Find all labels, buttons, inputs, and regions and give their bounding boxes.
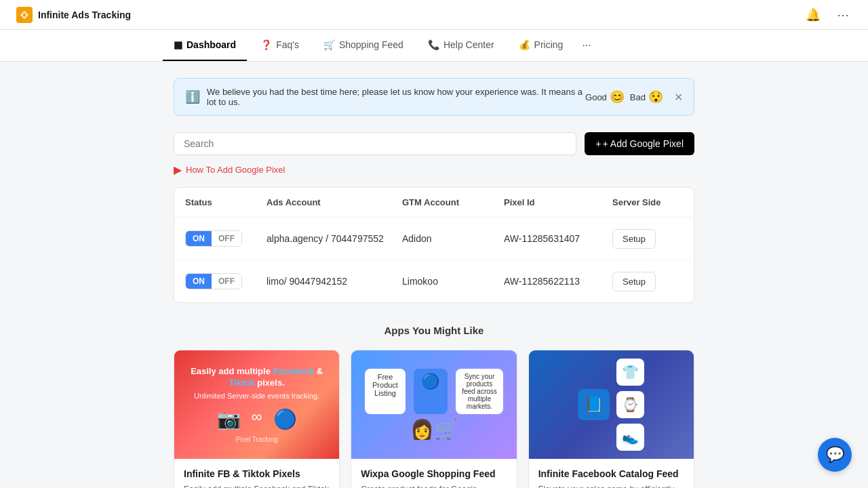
notifications-icon[interactable]: 🔔 bbox=[803, 5, 823, 25]
app-card-title-3: Infinite Facebook Catalog Feed bbox=[538, 468, 684, 479]
pixel-id-1: AW-11285631407 bbox=[504, 233, 612, 244]
header-left: Infinite Ads Tracking bbox=[16, 7, 131, 23]
phone-icon: 📞 bbox=[428, 39, 439, 50]
how-to-link[interactable]: ▶ How To Add Google Pixel bbox=[174, 163, 694, 176]
main-nav: ▦ Dashboard ❓ Faq's 🛒 Shopping Feed 📞 He… bbox=[0, 30, 868, 62]
app-card-body-2: Wixpa Google Shopping Feed Create produc… bbox=[351, 459, 516, 488]
alert-left: ℹ️ We believe you had the best time here… bbox=[185, 87, 585, 107]
app-card-title-1: Infinite FB & Tiktok Pixels bbox=[184, 468, 330, 479]
good-label: Good bbox=[585, 92, 607, 102]
bad-label: Bad bbox=[630, 92, 646, 102]
main-content: ℹ️ We believe you had the best time here… bbox=[163, 62, 705, 488]
nav-item-shopping-feed[interactable]: 🛒 Shopping Feed bbox=[313, 30, 414, 61]
search-input[interactable] bbox=[174, 132, 576, 155]
apps-section-title: Apps You Might Like bbox=[174, 325, 694, 336]
app-card-desc-2: Create product feeds for Google Shopping… bbox=[361, 483, 507, 488]
add-pixel-button[interactable]: + + Add Google Pixel bbox=[585, 132, 694, 155]
toggle-on-button[interactable]: ON bbox=[186, 274, 212, 289]
app-card-image-2: Free Product Listing 🔵 Sync your product… bbox=[351, 350, 516, 459]
col-status: Status bbox=[185, 197, 267, 207]
alert-text: We believe you had the best time here; p… bbox=[207, 87, 585, 107]
setup-button-1[interactable]: Setup bbox=[612, 229, 656, 249]
table-row: ON OFF limo/ 90447942152 Limokoo AW-1128… bbox=[174, 260, 694, 302]
ads-account-2: limo/ 90447942152 bbox=[267, 276, 402, 287]
status-toggle-2[interactable]: ON OFF bbox=[185, 273, 267, 289]
bad-feedback[interactable]: Bad 😯 bbox=[630, 89, 663, 104]
app-card-body-1: Infinite FB & Tiktok Pixels Easily add m… bbox=[174, 459, 339, 488]
nav-item-help-center[interactable]: 📞 Help Center bbox=[417, 30, 505, 61]
col-server-side: Server Side bbox=[612, 197, 694, 207]
apps-section: Apps You Might Like Easily add multiple … bbox=[174, 325, 694, 488]
app-card-google-shopping[interactable]: Free Product Listing 🔵 Sync your product… bbox=[351, 350, 517, 488]
info-icon: ℹ️ bbox=[185, 89, 200, 104]
app-card-image-1: Easily add multiple Facebook & Tiktok pi… bbox=[174, 350, 339, 459]
toggle-off-button[interactable]: OFF bbox=[212, 231, 241, 246]
shopping-icon: 🛒 bbox=[323, 39, 335, 50]
gtm-account-2: Limokoo bbox=[402, 276, 504, 287]
setup-button-2[interactable]: Setup bbox=[612, 272, 656, 291]
toggle-on-button[interactable]: ON bbox=[186, 231, 212, 246]
pixels-table: Status Ads Account GTM Account Pixel Id … bbox=[174, 187, 694, 303]
pricing-icon: 💰 bbox=[519, 39, 530, 50]
app-title: Infinite Ads Tracking bbox=[38, 9, 131, 20]
app-card-title-2: Wixpa Google Shopping Feed bbox=[361, 468, 507, 479]
server-side-2: Setup bbox=[612, 272, 694, 291]
header-right: 🔔 ⋯ bbox=[803, 5, 852, 25]
app-card-fb-catalog[interactable]: 📘 👕 ⌚ 👟 Infinite Facebook Catalog Feed E… bbox=[528, 350, 694, 488]
nav-item-dashboard[interactable]: ▦ Dashboard bbox=[163, 30, 247, 61]
youtube-icon: ▶ bbox=[174, 163, 182, 176]
status-toggle-1[interactable]: ON OFF bbox=[185, 230, 267, 247]
alert-banner: ℹ️ We believe you had the best time here… bbox=[174, 78, 694, 116]
chat-bubble[interactable]: 💬 bbox=[818, 438, 852, 472]
good-feedback[interactable]: Good 😊 bbox=[585, 89, 625, 104]
gtm-account-1: Adidon bbox=[402, 233, 504, 244]
good-emoji: 😊 bbox=[610, 89, 625, 104]
app-header: Infinite Ads Tracking 🔔 ⋯ bbox=[0, 0, 868, 30]
table-row: ON OFF alpha.agency / 7044797552 Adidon … bbox=[174, 218, 694, 260]
server-side-1: Setup bbox=[612, 229, 694, 249]
app-logo bbox=[16, 7, 33, 23]
app-card-image-3: 📘 👕 ⌚ 👟 bbox=[529, 350, 694, 459]
more-options-icon[interactable]: ⋯ bbox=[834, 5, 852, 25]
col-gtm-account: GTM Account bbox=[402, 197, 504, 207]
col-pixel-id: Pixel Id bbox=[504, 197, 612, 207]
pixel-id-2: AW-11285622113 bbox=[504, 276, 612, 287]
nav-item-pricing[interactable]: 💰 Pricing bbox=[508, 30, 574, 61]
app-card-body-3: Infinite Facebook Catalog Feed Elevate y… bbox=[529, 459, 694, 488]
apps-grid: Easily add multiple Facebook & Tiktok pi… bbox=[174, 350, 694, 488]
nav-item-faqs[interactable]: ❓ Faq's bbox=[250, 30, 310, 61]
app-card-fb-tiktok[interactable]: Easily add multiple Facebook & Tiktok pi… bbox=[174, 350, 340, 488]
alert-right: Good 😊 Bad 😯 ✕ bbox=[585, 89, 683, 104]
toggle-off-button[interactable]: OFF bbox=[212, 274, 241, 289]
app-card-desc-3: Elevate your sales game by efficiently m… bbox=[538, 483, 684, 488]
faqs-icon: ❓ bbox=[260, 39, 272, 50]
dashboard-icon: ▦ bbox=[174, 39, 182, 50]
alert-close-button[interactable]: ✕ bbox=[674, 91, 683, 104]
plus-icon: + bbox=[595, 138, 601, 149]
app-card-desc-1: Easily add multiple Facebook and Tiktok … bbox=[184, 483, 330, 488]
ads-account-1: alpha.agency / 7044797552 bbox=[267, 233, 402, 244]
col-ads-account: Ads Account bbox=[267, 197, 402, 207]
search-row: + + Add Google Pixel bbox=[174, 132, 694, 155]
table-header: Status Ads Account GTM Account Pixel Id … bbox=[174, 188, 694, 218]
nav-more-icon[interactable]: ··· bbox=[576, 30, 596, 61]
bad-emoji: 😯 bbox=[648, 89, 663, 104]
